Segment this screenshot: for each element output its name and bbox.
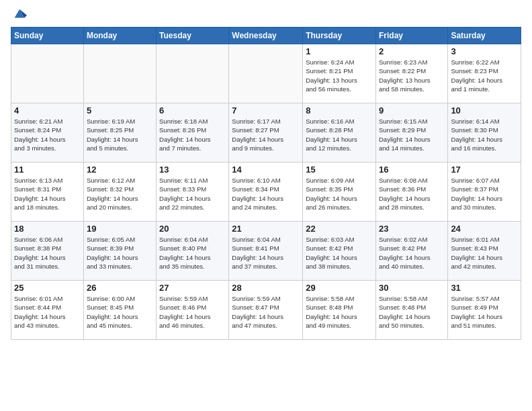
day-number: 7 — [232, 105, 300, 116]
col-header-sunday: Sunday — [11, 28, 84, 44]
calendar-cell: 7Sunrise: 6:17 AM Sunset: 8:27 PM Daylig… — [229, 103, 303, 163]
day-number: 22 — [306, 224, 373, 234]
calendar-cell: 14Sunrise: 6:10 AM Sunset: 8:34 PM Dayli… — [229, 163, 303, 222]
day-number: 20 — [159, 224, 226, 234]
day-info: Sunrise: 6:22 AM Sunset: 8:23 PM Dayligh… — [451, 58, 518, 93]
day-number: 1 — [306, 46, 373, 56]
calendar-cell: 10Sunrise: 6:14 AM Sunset: 8:30 PM Dayli… — [448, 103, 521, 163]
col-header-friday: Friday — [375, 28, 447, 44]
calendar-cell: 13Sunrise: 6:11 AM Sunset: 8:33 PM Dayli… — [157, 163, 229, 222]
calendar-cell — [157, 44, 229, 103]
col-header-tuesday: Tuesday — [157, 28, 229, 44]
day-number: 30 — [379, 283, 445, 293]
day-number: 3 — [451, 46, 518, 56]
day-number: 17 — [451, 165, 518, 175]
calendar-header-row: SundayMondayTuesdayWednesdayThursdayFrid… — [11, 28, 521, 44]
day-number: 6 — [159, 105, 226, 116]
calendar-cell: 25Sunrise: 6:01 AM Sunset: 8:44 PM Dayli… — [11, 281, 84, 340]
day-number: 25 — [14, 283, 81, 293]
day-info: Sunrise: 6:13 AM Sunset: 8:31 PM Dayligh… — [14, 176, 81, 212]
day-info: Sunrise: 5:59 AM Sunset: 8:46 PM Dayligh… — [159, 294, 226, 330]
calendar-cell: 6Sunrise: 6:18 AM Sunset: 8:26 PM Daylig… — [157, 103, 229, 163]
calendar-cell: 4Sunrise: 6:21 AM Sunset: 8:24 PM Daylig… — [11, 103, 84, 163]
day-number: 9 — [379, 105, 445, 116]
calendar-cell: 3Sunrise: 6:22 AM Sunset: 8:23 PM Daylig… — [448, 44, 521, 103]
day-number: 28 — [232, 283, 300, 293]
col-header-monday: Monday — [83, 28, 156, 44]
day-number: 15 — [306, 165, 373, 175]
day-info: Sunrise: 6:21 AM Sunset: 8:24 PM Dayligh… — [14, 117, 81, 152]
day-number: 31 — [451, 283, 518, 293]
day-number: 11 — [14, 165, 81, 175]
calendar-cell — [11, 44, 84, 103]
day-info: Sunrise: 6:01 AM Sunset: 8:43 PM Dayligh… — [451, 235, 518, 271]
day-number: 2 — [379, 46, 445, 56]
day-number: 4 — [14, 105, 81, 116]
day-info: Sunrise: 6:01 AM Sunset: 8:44 PM Dayligh… — [14, 294, 81, 330]
calendar: SundayMondayTuesdayWednesdayThursdayFrid… — [11, 27, 521, 340]
calendar-cell: 5Sunrise: 6:19 AM Sunset: 8:25 PM Daylig… — [83, 103, 156, 163]
day-info: Sunrise: 6:19 AM Sunset: 8:25 PM Dayligh… — [87, 117, 153, 152]
day-number: 19 — [87, 224, 153, 234]
day-info: Sunrise: 6:04 AM Sunset: 8:40 PM Dayligh… — [159, 235, 226, 271]
calendar-cell: 30Sunrise: 5:58 AM Sunset: 8:48 PM Dayli… — [375, 281, 447, 340]
day-info: Sunrise: 5:57 AM Sunset: 8:49 PM Dayligh… — [451, 294, 518, 330]
calendar-cell: 16Sunrise: 6:08 AM Sunset: 8:36 PM Dayli… — [375, 163, 447, 222]
week-row-2: 4Sunrise: 6:21 AM Sunset: 8:24 PM Daylig… — [11, 103, 521, 163]
day-info: Sunrise: 6:04 AM Sunset: 8:41 PM Dayligh… — [232, 235, 300, 271]
calendar-cell: 20Sunrise: 6:04 AM Sunset: 8:40 PM Dayli… — [157, 222, 229, 281]
day-number: 26 — [87, 283, 153, 293]
day-info: Sunrise: 5:58 AM Sunset: 8:48 PM Dayligh… — [379, 294, 445, 330]
day-info: Sunrise: 6:17 AM Sunset: 8:27 PM Dayligh… — [232, 117, 300, 152]
calendar-cell: 31Sunrise: 5:57 AM Sunset: 8:49 PM Dayli… — [448, 281, 521, 340]
calendar-cell: 9Sunrise: 6:15 AM Sunset: 8:29 PM Daylig… — [375, 103, 447, 163]
day-info: Sunrise: 6:14 AM Sunset: 8:30 PM Dayligh… — [451, 117, 518, 152]
calendar-cell: 27Sunrise: 5:59 AM Sunset: 8:46 PM Dayli… — [157, 281, 229, 340]
day-number: 21 — [232, 224, 300, 234]
calendar-cell: 12Sunrise: 6:12 AM Sunset: 8:32 PM Dayli… — [83, 163, 156, 222]
calendar-cell: 28Sunrise: 5:59 AM Sunset: 8:47 PM Dayli… — [229, 281, 303, 340]
day-info: Sunrise: 5:59 AM Sunset: 8:47 PM Dayligh… — [232, 294, 300, 330]
day-info: Sunrise: 6:15 AM Sunset: 8:29 PM Dayligh… — [379, 117, 445, 152]
day-number: 23 — [379, 224, 445, 234]
col-header-thursday: Thursday — [303, 28, 376, 44]
calendar-cell: 17Sunrise: 6:07 AM Sunset: 8:37 PM Dayli… — [448, 163, 521, 222]
calendar-cell: 23Sunrise: 6:02 AM Sunset: 8:42 PM Dayli… — [375, 222, 447, 281]
calendar-cell: 22Sunrise: 6:03 AM Sunset: 8:42 PM Dayli… — [303, 222, 376, 281]
day-info: Sunrise: 6:24 AM Sunset: 8:21 PM Dayligh… — [306, 58, 373, 93]
calendar-cell: 18Sunrise: 6:06 AM Sunset: 8:38 PM Dayli… — [11, 222, 84, 281]
calendar-cell: 19Sunrise: 6:05 AM Sunset: 8:39 PM Dayli… — [83, 222, 156, 281]
calendar-cell: 15Sunrise: 6:09 AM Sunset: 8:35 PM Dayli… — [303, 163, 376, 222]
week-row-5: 25Sunrise: 6:01 AM Sunset: 8:44 PM Dayli… — [11, 281, 521, 340]
day-info: Sunrise: 6:18 AM Sunset: 8:26 PM Dayligh… — [159, 117, 226, 152]
day-info: Sunrise: 6:23 AM Sunset: 8:22 PM Dayligh… — [379, 58, 445, 93]
day-info: Sunrise: 6:11 AM Sunset: 8:33 PM Dayligh… — [159, 176, 226, 212]
week-row-4: 18Sunrise: 6:06 AM Sunset: 8:38 PM Dayli… — [11, 222, 521, 281]
week-row-3: 11Sunrise: 6:13 AM Sunset: 8:31 PM Dayli… — [11, 163, 521, 222]
col-header-saturday: Saturday — [448, 28, 521, 44]
day-number: 13 — [159, 165, 226, 175]
calendar-cell: 8Sunrise: 6:16 AM Sunset: 8:28 PM Daylig… — [303, 103, 376, 163]
day-info: Sunrise: 6:09 AM Sunset: 8:35 PM Dayligh… — [306, 176, 373, 212]
week-row-1: 1Sunrise: 6:24 AM Sunset: 8:21 PM Daylig… — [11, 44, 521, 103]
day-info: Sunrise: 6:12 AM Sunset: 8:32 PM Dayligh… — [87, 176, 153, 212]
calendar-cell: 24Sunrise: 6:01 AM Sunset: 8:43 PM Dayli… — [448, 222, 521, 281]
day-number: 10 — [451, 105, 518, 116]
calendar-cell: 29Sunrise: 5:58 AM Sunset: 8:48 PM Dayli… — [303, 281, 376, 340]
day-number: 16 — [379, 165, 445, 175]
day-info: Sunrise: 6:10 AM Sunset: 8:34 PM Dayligh… — [232, 176, 300, 212]
day-number: 5 — [87, 105, 153, 116]
day-number: 12 — [87, 165, 153, 175]
logo — [11, 8, 27, 21]
header — [11, 8, 521, 21]
day-info: Sunrise: 6:05 AM Sunset: 8:39 PM Dayligh… — [87, 235, 153, 271]
day-number: 14 — [232, 165, 300, 175]
day-info: Sunrise: 6:16 AM Sunset: 8:28 PM Dayligh… — [306, 117, 373, 152]
calendar-cell: 26Sunrise: 6:00 AM Sunset: 8:45 PM Dayli… — [83, 281, 156, 340]
day-number: 18 — [14, 224, 81, 234]
calendar-cell — [229, 44, 303, 103]
day-info: Sunrise: 5:58 AM Sunset: 8:48 PM Dayligh… — [306, 294, 373, 330]
day-info: Sunrise: 6:03 AM Sunset: 8:42 PM Dayligh… — [306, 235, 373, 271]
day-info: Sunrise: 6:00 AM Sunset: 8:45 PM Dayligh… — [87, 294, 153, 330]
day-info: Sunrise: 6:06 AM Sunset: 8:38 PM Dayligh… — [14, 235, 81, 271]
